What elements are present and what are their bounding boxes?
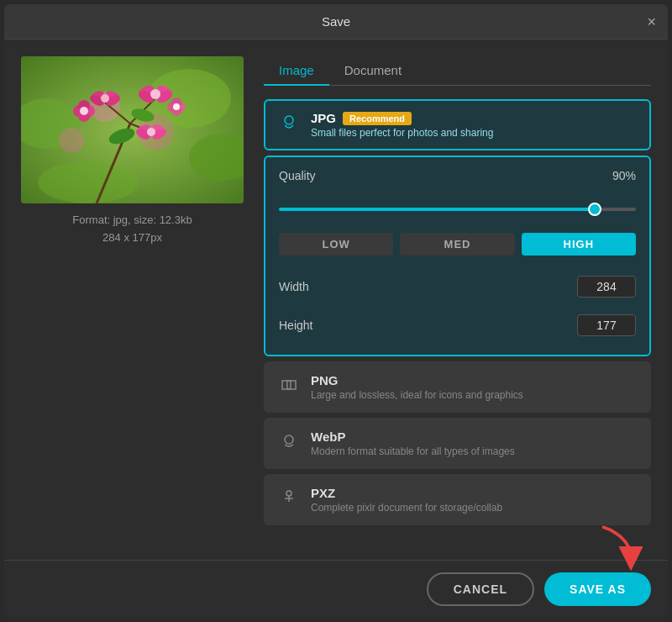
dimensions-info: 284 x 177px: [72, 229, 192, 247]
format-list: JPG Recommend Small files perfect for ph…: [264, 99, 651, 525]
save-dialog: Save ×: [4, 4, 668, 618]
pxz-name: PXZ: [311, 486, 638, 500]
png-desc: Large and lossless, ideal for icons and …: [311, 389, 638, 401]
recommend-badge: Recommend: [343, 112, 412, 125]
pxz-icon: [277, 487, 301, 513]
cancel-button[interactable]: CANCEL: [427, 572, 534, 606]
svg-point-42: [285, 435, 293, 444]
webp-icon: [277, 430, 301, 456]
close-button[interactable]: ×: [647, 14, 656, 29]
pxz-desc: Complete pixlr document for storage/coll…: [311, 502, 638, 514]
jpg-info: JPG Recommend Small files perfect for ph…: [311, 111, 638, 139]
svg-point-4: [38, 161, 139, 203]
png-info: PNG Large and lossless, ideal for icons …: [311, 373, 638, 401]
left-panel: Format: jpg, size: 12.3kb 284 x 177px: [21, 56, 244, 543]
quality-btn-med[interactable]: MED: [400, 233, 514, 256]
svg-point-43: [286, 491, 291, 496]
tab-document[interactable]: Document: [329, 56, 417, 86]
svg-point-21: [101, 94, 109, 103]
svg-point-26: [147, 128, 155, 136]
right-panel: Image Document JPG Re: [264, 56, 651, 543]
image-info: Format: jpg, size: 12.3kb 284 x 177px: [72, 212, 192, 247]
format-size-info: Format: jpg, size: 12.3kb: [72, 212, 192, 229]
height-input[interactable]: [577, 314, 636, 336]
quality-btn-high[interactable]: HIGH: [522, 233, 636, 256]
image-preview: [21, 56, 244, 203]
webp-desc: Modern format suitable for all types of …: [311, 445, 638, 457]
quality-row: Quality 90%: [279, 169, 636, 182]
jpg-desc: Small files perfect for photos and shari…: [311, 127, 638, 139]
format-pxz[interactable]: PXZ Complete pixlr document for storage/…: [264, 474, 651, 525]
quality-value: 90%: [612, 169, 636, 182]
quality-slider[interactable]: [279, 208, 636, 211]
webp-info: WebP Modern format suitable for all type…: [311, 430, 638, 457]
jpg-name: JPG Recommend: [311, 111, 638, 125]
slider-container: [279, 199, 636, 214]
save-as-button[interactable]: SAVE AS: [544, 572, 651, 606]
format-jpg[interactable]: JPG Recommend Small files perfect for ph…: [264, 99, 651, 150]
format-png[interactable]: PNG Large and lossless, ideal for icons …: [264, 361, 651, 413]
png-icon: [277, 374, 301, 400]
svg-rect-41: [287, 381, 296, 389]
dialog-title: Save: [322, 14, 350, 29]
svg-point-39: [285, 116, 293, 124]
dialog-footer: CANCEL SAVE AS: [4, 560, 668, 618]
dialog-body: Format: jpg, size: 12.3kb 284 x 177px Im…: [4, 40, 668, 560]
quality-btn-low[interactable]: LOW: [279, 233, 393, 256]
preview-image: [21, 56, 244, 203]
svg-point-31: [80, 107, 88, 115]
width-input[interactable]: [577, 276, 636, 298]
width-label: Width: [279, 280, 309, 293]
pxz-info: PXZ Complete pixlr document for storage/…: [311, 486, 638, 514]
svg-point-16: [150, 89, 160, 99]
webp-name: WebP: [311, 430, 638, 444]
width-row: Width: [279, 276, 636, 298]
dialog-header: Save ×: [4, 4, 668, 40]
svg-rect-40: [282, 381, 291, 389]
svg-point-36: [173, 103, 180, 110]
jpg-icon: [277, 112, 301, 138]
height-row: Height: [279, 314, 636, 336]
jpg-options-panel: Quality 90% LOW MED HIGH Width: [264, 156, 651, 356]
tab-image[interactable]: Image: [264, 56, 329, 86]
format-webp[interactable]: WebP Modern format suitable for all type…: [264, 418, 651, 469]
png-name: PNG: [311, 373, 638, 387]
tabs: Image Document: [264, 56, 651, 86]
quality-label: Quality: [279, 169, 316, 182]
height-label: Height: [279, 319, 312, 332]
quality-buttons: LOW MED HIGH: [279, 233, 636, 256]
svg-point-7: [59, 128, 84, 153]
